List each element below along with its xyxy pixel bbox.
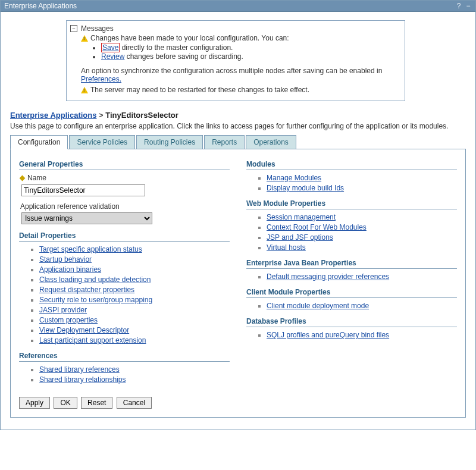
message-bullet: Review changes before saving or discardi… bbox=[101, 52, 399, 61]
page-description: Use this page to configure an enterprise… bbox=[10, 122, 466, 130]
webmod-list: Session management Context Root For Web … bbox=[267, 213, 457, 252]
validation-select[interactable]: Issue warnings bbox=[21, 212, 152, 224]
db-link[interactable]: SQLJ profiles and pureQuery bind files bbox=[267, 331, 389, 339]
tab-reports[interactable]: Reports bbox=[204, 135, 245, 149]
detail-link[interactable]: Last participant support extension bbox=[39, 336, 146, 344]
apply-button[interactable]: Apply bbox=[19, 397, 50, 409]
button-row: Apply OK Reset Cancel bbox=[19, 397, 457, 409]
breadcrumb-parent[interactable]: Enterprise Applications bbox=[10, 111, 96, 120]
preferences-link[interactable]: Preferences. bbox=[81, 75, 121, 83]
detail-link[interactable]: Request dispatcher properties bbox=[39, 286, 134, 294]
section-database-profiles: Database Profiles bbox=[246, 317, 457, 327]
webmod-link[interactable]: Session management bbox=[267, 213, 336, 221]
message-line: An option to synchronize the configurati… bbox=[81, 67, 399, 83]
detail-link[interactable]: View Deployment Descriptor bbox=[39, 326, 129, 334]
panel-body: − Messages Changes have been made to you… bbox=[1, 12, 475, 430]
detail-link[interactable]: Security role to user/group mapping bbox=[39, 296, 152, 304]
panel: Enterprise Applications ? − − Messages C… bbox=[0, 0, 476, 430]
db-list: SQLJ profiles and pureQuery bind files bbox=[267, 331, 457, 339]
required-icon bbox=[20, 176, 26, 181]
validation-field-row: Application reference validation Issue w… bbox=[20, 202, 230, 224]
modules-link[interactable]: Manage Modules bbox=[267, 174, 321, 182]
tabs-row: Configuration Service Policies Routing P… bbox=[10, 135, 466, 149]
validation-label: Application reference validation bbox=[20, 202, 120, 211]
minimize-icon[interactable]: − bbox=[465, 2, 472, 10]
review-link[interactable]: Review bbox=[101, 52, 124, 61]
name-field-row: Name bbox=[20, 174, 230, 200]
messages-box: − Messages Changes have been made to you… bbox=[66, 20, 405, 101]
section-modules: Modules bbox=[246, 160, 457, 170]
tab-configuration[interactable]: Configuration bbox=[10, 135, 68, 149]
references-link[interactable]: Shared library references bbox=[39, 365, 120, 374]
name-input[interactable] bbox=[21, 184, 145, 196]
help-icon[interactable]: ? bbox=[455, 2, 462, 10]
messages-heading: Messages bbox=[81, 24, 114, 33]
cancel-button[interactable]: Cancel bbox=[117, 397, 152, 409]
message-line: The server may need to be restarted for … bbox=[81, 86, 399, 94]
ejb-list: Default messaging provider references bbox=[267, 272, 457, 281]
message-line: Changes have been made to your local con… bbox=[81, 34, 399, 42]
ok-button[interactable]: OK bbox=[54, 397, 77, 409]
section-references: References bbox=[19, 352, 230, 362]
webmod-link[interactable]: JSP and JSF options bbox=[267, 233, 333, 242]
tab-service-policies[interactable]: Service Policies bbox=[69, 135, 135, 149]
save-link[interactable]: Save bbox=[101, 43, 120, 52]
tab-body: General Properties Name Application refe… bbox=[10, 149, 466, 418]
detail-link[interactable]: Startup behavior bbox=[39, 255, 92, 264]
tab-operations[interactable]: Operations bbox=[246, 135, 296, 149]
messages-header: − Messages bbox=[70, 24, 399, 33]
left-column: General Properties Name Application refe… bbox=[19, 160, 230, 386]
breadcrumb-current: TinyEditorsSelector bbox=[105, 111, 178, 120]
reset-button[interactable]: Reset bbox=[81, 397, 112, 409]
detail-link[interactable]: JASPI provider bbox=[39, 306, 87, 314]
message-bullet: Save directly to the master configuratio… bbox=[101, 43, 399, 52]
client-list: Client module deployment mode bbox=[267, 302, 457, 310]
references-link[interactable]: Shared library relationships bbox=[39, 375, 126, 384]
ejb-link[interactable]: Default messaging provider references bbox=[267, 272, 389, 281]
tab-routing-policies[interactable]: Routing Policies bbox=[136, 135, 203, 149]
client-link[interactable]: Client module deployment mode bbox=[267, 302, 369, 310]
references-list: Shared library references Shared library… bbox=[39, 365, 230, 384]
warning-icon bbox=[81, 35, 88, 42]
detail-link[interactable]: Target specific application status bbox=[39, 245, 142, 253]
detail-link[interactable]: Class loading and update detection bbox=[39, 275, 151, 284]
section-detail-properties: Detail Properties bbox=[19, 231, 230, 242]
breadcrumb: Enterprise Applications > TinyEditorsSel… bbox=[10, 111, 466, 120]
modules-list: Manage Modules Display module build Ids bbox=[267, 174, 457, 192]
section-web-module-properties: Web Module Properties bbox=[246, 199, 457, 209]
section-ejb-properties: Enterprise Java Bean Properties bbox=[246, 259, 457, 269]
detail-properties-list: Target specific application status Start… bbox=[39, 245, 230, 344]
breadcrumb-separator: > bbox=[99, 111, 105, 120]
titlebar-title: Enterprise Applications bbox=[4, 2, 77, 10]
collapse-icon[interactable]: − bbox=[70, 25, 77, 32]
warning-icon bbox=[81, 87, 88, 93]
section-client-module-properties: Client Module Properties bbox=[246, 288, 457, 298]
webmod-link[interactable]: Virtual hosts bbox=[267, 243, 306, 252]
titlebar: Enterprise Applications ? − bbox=[1, 1, 475, 12]
section-general-properties: General Properties bbox=[19, 160, 230, 170]
modules-link[interactable]: Display module build Ids bbox=[267, 184, 344, 192]
detail-link[interactable]: Custom properties bbox=[39, 316, 98, 324]
detail-link[interactable]: Application binaries bbox=[39, 265, 101, 274]
webmod-link[interactable]: Context Root For Web Modules bbox=[267, 223, 367, 231]
name-label: Name bbox=[27, 174, 46, 182]
right-column: Modules Manage Modules Display module bu… bbox=[246, 160, 457, 386]
